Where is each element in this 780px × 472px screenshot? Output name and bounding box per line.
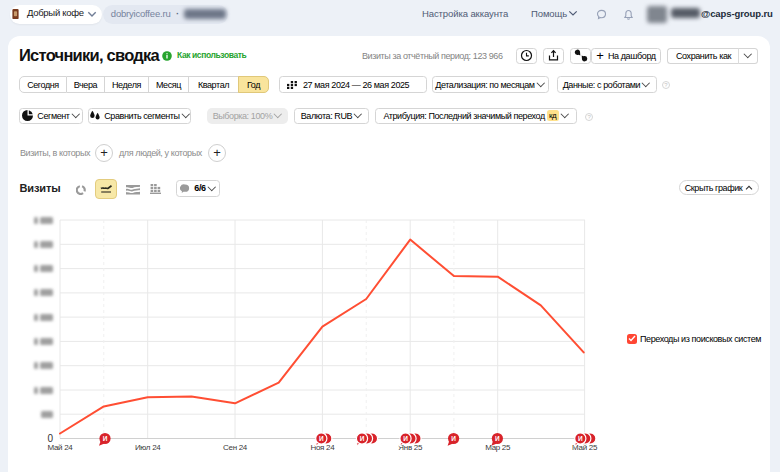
svg-text:И: И: [495, 435, 500, 442]
svg-text:И: И: [451, 435, 456, 442]
svg-text:И: И: [578, 435, 583, 442]
svg-text:И: И: [403, 435, 408, 442]
svg-text:И: И: [319, 435, 324, 442]
svg-text:И: И: [360, 435, 365, 442]
svg-text:И: И: [103, 435, 108, 442]
